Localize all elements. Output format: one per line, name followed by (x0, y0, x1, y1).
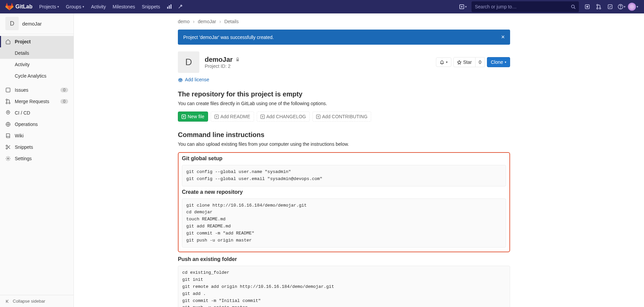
push-folder-title: Push an existing folder (178, 256, 510, 262)
sidebar-item-details[interactable]: Details (0, 47, 73, 59)
scissors-icon (5, 144, 11, 150)
svg-point-14 (6, 99, 7, 100)
project-name: demoJar (22, 21, 42, 27)
svg-rect-2 (170, 4, 171, 9)
breadcrumb-current: Details (224, 19, 239, 24)
empty-repo-desc: You can create files directly in GitLab … (178, 101, 510, 106)
wrench-icon[interactable] (175, 1, 186, 12)
sidebar-project-link[interactable]: D demoJar (0, 13, 73, 34)
star-button[interactable]: Star (453, 57, 476, 67)
book-icon (5, 133, 11, 138)
add-changelog-button[interactable]: Add CHANGELOG (257, 112, 310, 122)
highlighted-instructions: Git global setup git config --global use… (178, 152, 510, 252)
bell-icon (440, 60, 444, 64)
breadcrumb-project[interactable]: demoJar (198, 19, 216, 24)
svg-rect-1 (169, 5, 170, 9)
svg-point-20 (6, 148, 7, 149)
chevron-down-icon: ▾ (505, 60, 506, 64)
search-icon (571, 4, 576, 9)
svg-point-7 (597, 4, 598, 6)
svg-rect-0 (167, 7, 168, 9)
chevron-down-icon: ▾ (446, 60, 448, 64)
chevron-down-icon: ▾ (57, 5, 59, 8)
sidebar-item-merge-requests[interactable]: Merge Requests 0 (0, 96, 73, 107)
svg-point-8 (597, 8, 598, 9)
nav-snippets[interactable]: Snippets (138, 4, 163, 9)
sidebar-item-issues[interactable]: Issues 0 (0, 84, 73, 96)
gear-icon (5, 156, 11, 161)
gitlab-logo[interactable]: GitLab (5, 3, 33, 11)
nav-projects[interactable]: Projects▾ (36, 4, 63, 9)
svg-point-16 (9, 102, 10, 104)
notification-dropdown[interactable]: ▾ (436, 57, 451, 67)
sidebar-item-activity[interactable]: Activity (0, 59, 73, 70)
project-avatar: D (5, 17, 19, 30)
nav-groups[interactable]: Groups▾ (62, 4, 88, 9)
stats-icon[interactable] (163, 1, 175, 12)
help-dropdown[interactable]: ▾ (616, 1, 627, 12)
sidebar-item-project[interactable]: Project (0, 36, 73, 47)
main-content: demo › demoJar › Details Project 'demoJa… (74, 13, 644, 307)
project-avatar-large: D (178, 51, 199, 73)
chevron-down-icon: ▾ (624, 5, 626, 8)
search-input[interactable] (475, 4, 571, 9)
rocket-icon (5, 110, 11, 116)
chevron-down-icon: ▾ (83, 5, 84, 8)
sidebar-item-wiki[interactable]: Wiki (0, 130, 73, 141)
tanuki-icon (5, 3, 13, 11)
sidebar-item-operations[interactable]: Operations (0, 119, 73, 130)
push-folder-code: cd existing_folder git init git remote a… (178, 266, 510, 307)
new-file-button[interactable]: New file (178, 112, 208, 122)
empty-repo-title: The repository for this project is empty (178, 90, 510, 98)
svg-point-21 (7, 158, 9, 159)
plus-square-icon (316, 115, 320, 119)
issues-icon[interactable] (582, 1, 593, 12)
create-repo-title: Create a new repository (182, 189, 506, 195)
create-repo-code: git clone http://10.16.16.184/demo/demoj… (182, 199, 506, 248)
star-count[interactable]: 0 (476, 57, 485, 67)
svg-point-19 (6, 145, 7, 146)
todos-icon[interactable] (604, 1, 616, 12)
project-id: Project ID: 2 (205, 63, 436, 69)
success-alert: Project 'demoJar' was successfully creat… (178, 30, 510, 45)
plus-square-icon (260, 115, 265, 119)
svg-point-17 (8, 112, 9, 113)
plus-dropdown[interactable]: ▾ (457, 1, 469, 12)
add-contributing-button[interactable]: Add CONTRIBUTING (312, 112, 371, 122)
clone-dropdown[interactable]: Clone ▾ (487, 57, 510, 67)
star-icon (457, 60, 461, 64)
close-icon[interactable]: × (501, 34, 505, 41)
operations-icon (5, 122, 11, 127)
mr-count: 0 (60, 99, 68, 104)
sidebar-item-settings[interactable]: Settings (0, 153, 73, 164)
git-global-title: Git global setup (182, 156, 506, 162)
merge-icon (5, 99, 11, 104)
collapse-sidebar[interactable]: Collapse sidebar (0, 295, 73, 307)
top-nav: GitLab Projects▾ Groups▾ Activity Milest… (0, 0, 644, 13)
user-menu[interactable]: ▾ (627, 1, 639, 12)
plus-square-icon (182, 115, 186, 119)
breadcrumb-demo[interactable]: demo (178, 19, 190, 24)
merge-requests-icon[interactable] (593, 1, 604, 12)
sidebar-item-cycle-analytics[interactable]: Cycle Analytics (0, 70, 73, 82)
svg-point-12 (620, 8, 621, 8)
add-license-link[interactable]: Add license (178, 77, 209, 82)
chevron-down-icon: ▾ (465, 5, 467, 8)
sidebar: D demoJar Project Details Activity Cycle… (0, 13, 74, 307)
cli-title: Command line instructions (178, 131, 510, 139)
chevron-down-icon: ▾ (637, 5, 638, 8)
search-box[interactable] (472, 1, 579, 12)
svg-point-6 (587, 6, 588, 7)
svg-rect-13 (6, 88, 10, 92)
svg-point-4 (572, 5, 575, 8)
add-readme-button[interactable]: Add README (211, 112, 254, 122)
nav-milestones[interactable]: Milestones (109, 4, 139, 9)
svg-rect-22 (237, 59, 239, 61)
nav-activity[interactable]: Activity (88, 4, 109, 9)
scale-icon (178, 77, 183, 82)
git-global-code: git config --global user.name "sysadmin"… (182, 165, 506, 186)
sidebar-item-snippets[interactable]: Snippets (0, 141, 73, 153)
brand-name: GitLab (15, 4, 33, 10)
sidebar-item-cicd[interactable]: CI / CD (0, 107, 73, 119)
breadcrumb: demo › demoJar › Details (178, 19, 510, 24)
